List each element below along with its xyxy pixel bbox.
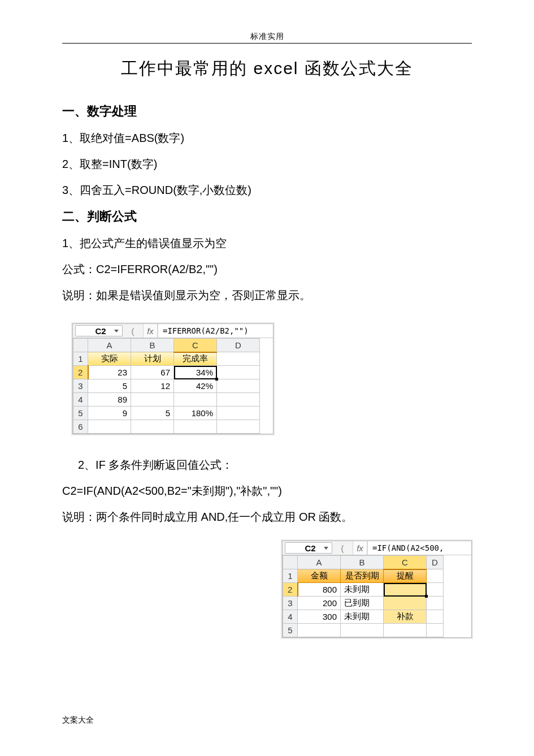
s2-note-2: 说明：两个条件同时成立用 AND,任一个成立用 OR 函数。 (62, 509, 472, 525)
s2-item-1: 1、把公式产生的错误值显示为空 (62, 235, 472, 251)
page-footer-label: 文案大全 (62, 715, 94, 725)
excel2-col-b[interactable]: B (341, 556, 384, 569)
excel1-r3-b[interactable]: 12 (131, 379, 174, 393)
excel2-row-2[interactable]: 2 (283, 583, 298, 597)
excel1-r5-a[interactable]: 9 (88, 407, 131, 420)
excel1-r3-c[interactable]: 42% (174, 379, 217, 393)
excel1-r1-d[interactable] (217, 352, 260, 366)
excel2-r2-b[interactable]: 未到期 (341, 583, 384, 597)
excel2-r2-d[interactable] (427, 583, 444, 597)
excel1-top-bar: C2 ( fx =IFERROR(A2/B2,"") (73, 324, 273, 338)
excel2-hdr-c[interactable]: 提醒 (384, 569, 427, 583)
excel-fragment-2: C2 ( fx =IF(AND(A2<500, A B C D 1 金额 是否到… (282, 541, 472, 638)
excel1-name-box[interactable]: C2 (75, 325, 123, 336)
excel2-r5-d[interactable] (427, 624, 444, 637)
excel2-row-3[interactable]: 3 (283, 597, 298, 610)
excel2-open-paren: ( (332, 541, 353, 555)
excel1-row-1[interactable]: 1 (73, 352, 88, 366)
excel1-open-paren: ( (123, 324, 143, 338)
excel2-col-d[interactable]: D (427, 556, 444, 569)
excel2-r2-c-active[interactable] (384, 583, 427, 597)
excel1-col-b[interactable]: B (131, 339, 174, 352)
excel2-r4-d[interactable] (427, 610, 444, 624)
excel1-r5-d[interactable] (217, 407, 260, 420)
excel2-r3-a[interactable]: 200 (298, 597, 341, 610)
excel1-col-a[interactable]: A (88, 339, 131, 352)
excel1-r6-c[interactable] (174, 420, 217, 434)
excel2-corner[interactable] (283, 556, 298, 569)
excel1-r5-c[interactable]: 180% (174, 407, 217, 420)
excel2-name-box[interactable]: C2 (285, 542, 332, 554)
excel1-hdr-c[interactable]: 完成率 (174, 352, 217, 366)
excel1-r4-a[interactable]: 89 (88, 393, 131, 407)
excel1-r6-a[interactable] (88, 420, 131, 434)
excel-fragment-1: C2 ( fx =IFERROR(A2/B2,"") A B C D 1 实际 … (72, 323, 273, 434)
excel1-r4-b[interactable] (131, 393, 174, 407)
excel1-row-6[interactable]: 6 (73, 420, 88, 434)
excel1-r4-d[interactable] (217, 393, 260, 407)
excel2-r5-a[interactable] (298, 624, 341, 637)
fx-icon[interactable]: fx (143, 324, 158, 338)
excel1-r2-c-active[interactable]: 34% (174, 366, 217, 379)
excel1-r3-a[interactable]: 5 (88, 379, 131, 393)
s2-note-1: 说明：如果是错误值则显示为空，否则正常显示。 (62, 287, 472, 303)
excel2-r3-c[interactable] (384, 597, 427, 610)
fx-icon[interactable]: fx (353, 541, 367, 555)
excel2-col-a[interactable]: A (298, 556, 341, 569)
header-divider (62, 43, 472, 44)
excel2-r5-b[interactable] (341, 624, 384, 637)
excel2-r4-c[interactable]: 补款 (384, 610, 427, 624)
excel1-hdr-b[interactable]: 计划 (131, 352, 174, 366)
excel1-r2-d[interactable] (217, 366, 260, 379)
document-page: 标准实用 工作中最常用的 excel 函数公式大全 一、数字处理 1、取绝对值=… (0, 0, 534, 672)
excel2-hdr-b[interactable]: 是否到期 (341, 569, 384, 583)
excel2-row-4[interactable]: 4 (283, 610, 298, 624)
excel1-col-c[interactable]: C (174, 339, 217, 352)
excel2-top-bar: C2 ( fx =IF(AND(A2<500, (283, 541, 471, 555)
excel2-r1-d[interactable] (427, 569, 444, 583)
excel2-r4-a[interactable]: 300 (298, 610, 341, 624)
section-2-heading: 二、判断公式 (62, 208, 472, 225)
excel2-r5-c[interactable] (384, 624, 427, 637)
excel1-formula-bar[interactable]: =IFERROR(A2/B2,"") (158, 324, 273, 338)
excel1-corner[interactable] (73, 339, 88, 352)
excel2-r4-b[interactable]: 未到期 (341, 610, 384, 624)
s1-item-1: 1、取绝对值=ABS(数字) (62, 130, 472, 146)
excel1-col-d[interactable]: D (217, 339, 260, 352)
excel2-grid[interactable]: A B C D 1 金额 是否到期 提醒 2 800 未到期 3 20 (283, 555, 444, 637)
excel1-r4-c[interactable] (174, 393, 217, 407)
excel1-row-2[interactable]: 2 (73, 366, 88, 379)
excel2-r3-b[interactable]: 已到期 (341, 597, 384, 610)
excel1-r6-b[interactable] (131, 420, 174, 434)
s1-item-3: 3、四舍五入=ROUND(数字,小数位数) (62, 182, 472, 198)
document-title: 工作中最常用的 excel 函数公式大全 (62, 57, 472, 80)
excel2-r3-d[interactable] (427, 597, 444, 610)
excel1-row-3[interactable]: 3 (73, 379, 88, 393)
section-1-heading: 一、数字处理 (62, 103, 472, 120)
excel1-r2-b[interactable]: 67 (131, 366, 174, 379)
s2-formula-1: 公式：C2=IFERROR(A2/B2,"") (62, 261, 472, 277)
excel1-grid[interactable]: A B C D 1 实际 计划 完成率 2 23 67 34% 3 5 (73, 338, 260, 434)
s2-formula-2: C2=IF(AND(A2<500,B2="未到期"),"补款","") (62, 483, 472, 499)
page-header-label: 标准实用 (62, 32, 472, 42)
excel1-hdr-a[interactable]: 实际 (88, 352, 131, 366)
excel1-row-4[interactable]: 4 (73, 393, 88, 407)
excel1-r6-d[interactable] (217, 420, 260, 434)
excel2-formula-bar[interactable]: =IF(AND(A2<500, (367, 541, 471, 555)
s2-item-2: 2、IF 多条件判断返回值公式： (62, 457, 472, 473)
excel2-row-1[interactable]: 1 (283, 569, 298, 583)
excel1-row-5[interactable]: 5 (73, 407, 88, 420)
excel1-r5-b[interactable]: 5 (131, 407, 174, 420)
s1-item-2: 2、取整=INT(数字) (62, 156, 472, 172)
excel2-col-c[interactable]: C (384, 556, 427, 569)
excel2-hdr-a[interactable]: 金额 (298, 569, 341, 583)
excel2-r2-a[interactable]: 800 (298, 583, 341, 597)
excel2-row-5[interactable]: 5 (283, 624, 298, 637)
excel1-r2-a[interactable]: 23 (88, 366, 131, 379)
excel1-r3-d[interactable] (217, 379, 260, 393)
